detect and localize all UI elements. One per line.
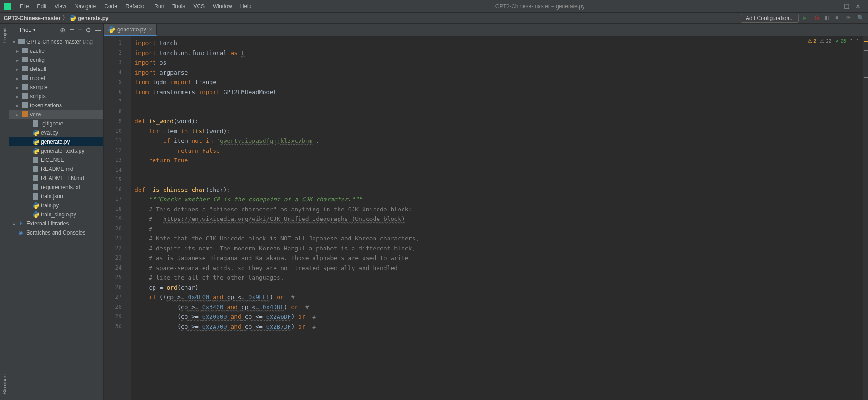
- tree-item[interactable]: ▸⊪External Libraries: [9, 219, 103, 228]
- tree-item[interactable]: ▸venv: [9, 110, 103, 119]
- menu-view[interactable]: View: [51, 1, 70, 11]
- menu-code[interactable]: Code: [100, 1, 121, 11]
- project-view-icon: [11, 27, 17, 33]
- menu-tools[interactable]: Tools: [169, 1, 189, 11]
- settings-icon[interactable]: ⚙: [85, 26, 91, 34]
- tree-item[interactable]: ▸default: [9, 65, 103, 74]
- chevron-up-icon[interactable]: ˄: [850, 38, 853, 45]
- scrollbar[interactable]: [863, 36, 868, 400]
- run-icon[interactable]: ▶: [803, 15, 810, 22]
- tree-item[interactable]: ▸cache: [9, 46, 103, 55]
- maximize-icon[interactable]: ☐: [844, 3, 850, 10]
- tree-item[interactable]: ◉Scratches and Consoles: [9, 228, 103, 237]
- project-tree[interactable]: ▾GPT2-Chinese-masterD:\g▸cache▸config▸de…: [9, 36, 103, 400]
- navbar: GPT2-Chinese-master 〉 generate.py Add Co…: [0, 13, 868, 24]
- tree-item[interactable]: ▸config: [9, 55, 103, 65]
- hide-icon[interactable]: —: [95, 26, 101, 34]
- python-file-icon: [108, 26, 115, 33]
- tree-item[interactable]: train.py: [9, 201, 103, 210]
- tree-item[interactable]: requirements.txt: [9, 183, 103, 192]
- inspection-indicators[interactable]: ⚠ 2 ⚠ 22 ✔ 23 ˄ ˅: [808, 38, 859, 45]
- tree-item[interactable]: generate.py: [9, 137, 103, 146]
- close-icon[interactable]: ✕: [855, 3, 861, 10]
- tree-item[interactable]: ▾GPT2-Chinese-masterD:\g: [9, 37, 103, 46]
- chevron-down-icon[interactable]: ˅: [856, 38, 859, 45]
- tab-generate-py[interactable]: generate.py ×: [104, 24, 157, 36]
- tree-item[interactable]: .gitignore: [9, 119, 103, 128]
- breadcrumb: GPT2-Chinese-master 〉 generate.py: [4, 14, 109, 22]
- tree-item[interactable]: ▸sample: [9, 83, 103, 92]
- tree-item[interactable]: ▸tokenizations: [9, 101, 103, 110]
- breadcrumb-file[interactable]: generate.py: [70, 15, 108, 21]
- menubar: File Edit View Navigate Code Refactor Ru…: [15, 1, 255, 11]
- expand-all-icon[interactable]: ≣: [69, 26, 75, 34]
- debug-icon[interactable]: 🐞: [813, 15, 821, 22]
- close-tab-icon[interactable]: ×: [149, 26, 152, 33]
- panel-title[interactable]: Pro..▼: [20, 27, 36, 33]
- editor-tabs: generate.py ×: [104, 24, 868, 36]
- code-area[interactable]: import torch import torch.nn.functional …: [131, 36, 863, 400]
- project-panel: Pro..▼ ⊕ ≣ ≡ ⚙ — ▾GPT2-Chinese-masterD:\…: [9, 24, 104, 400]
- tree-item[interactable]: eval.py: [9, 128, 103, 137]
- stop-icon[interactable]: ■: [835, 15, 843, 22]
- app-icon: [4, 3, 11, 10]
- tree-item[interactable]: ▸scripts: [9, 92, 103, 101]
- collapse-all-icon[interactable]: ≡: [78, 26, 82, 34]
- ok-indicator[interactable]: ✔ 23: [835, 38, 846, 45]
- panel-header: Pro..▼ ⊕ ≣ ≡ ⚙ —: [9, 24, 103, 36]
- tree-item[interactable]: LICENSE: [9, 155, 103, 165]
- titlebar: File Edit View Navigate Code Refactor Ru…: [0, 0, 868, 13]
- select-opened-file-icon[interactable]: ⊕: [60, 26, 65, 34]
- tree-item[interactable]: generate_texts.py: [9, 146, 103, 155]
- tab-label: generate.py: [117, 26, 146, 33]
- left-tool-gutter: Project Structure: [0, 24, 9, 400]
- minimize-icon[interactable]: —: [832, 3, 838, 10]
- chevron-right-icon: 〉: [62, 14, 68, 22]
- menu-vcs[interactable]: VCS: [190, 1, 208, 11]
- menu-window[interactable]: Window: [209, 1, 236, 11]
- tree-item[interactable]: README_EN.md: [9, 174, 103, 183]
- menu-refactor[interactable]: Refactor: [122, 1, 150, 11]
- tree-item[interactable]: train.json: [9, 192, 103, 201]
- tree-item[interactable]: ▸model: [9, 74, 103, 83]
- menu-file[interactable]: File: [16, 1, 32, 11]
- tree-item[interactable]: train_single.py: [9, 210, 103, 219]
- editor[interactable]: ⚠ 2 ⚠ 22 ✔ 23 ˄ ˅ 1234567891011121314151…: [104, 36, 868, 400]
- menu-navigate[interactable]: Navigate: [71, 1, 100, 11]
- add-configuration-button[interactable]: Add Configuration...: [741, 14, 799, 23]
- menu-help[interactable]: Help: [237, 1, 255, 11]
- structure-tool-button[interactable]: Structure: [2, 374, 7, 395]
- tree-item[interactable]: README.md: [9, 165, 103, 174]
- menu-run[interactable]: Run: [150, 1, 168, 11]
- breadcrumb-root[interactable]: GPT2-Chinese-master: [4, 15, 60, 21]
- search-icon[interactable]: 🔍: [857, 15, 864, 22]
- python-file-icon: [70, 15, 76, 21]
- weak-warning-indicator[interactable]: ⚠ 22: [820, 38, 831, 45]
- window-title: GPT2-Chinese-master – generate.py: [255, 3, 825, 10]
- project-tool-button[interactable]: Project: [2, 27, 7, 43]
- warning-indicator[interactable]: ⚠ 2: [808, 38, 816, 45]
- menu-edit[interactable]: Edit: [33, 1, 50, 11]
- line-gutter[interactable]: 1234567891011121314151617181920212223242…: [104, 36, 131, 400]
- coverage-icon[interactable]: ◧: [824, 15, 832, 22]
- update-icon[interactable]: ⟳: [846, 15, 853, 22]
